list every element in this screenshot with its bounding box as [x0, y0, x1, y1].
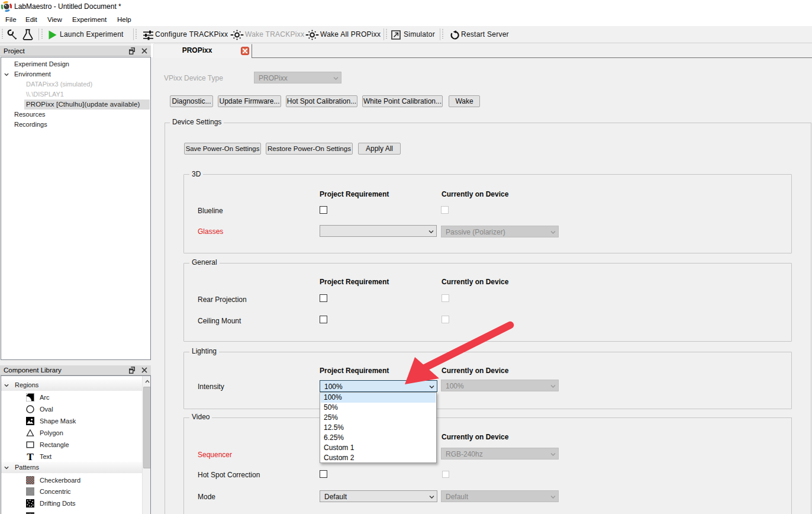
svg-text:T: T	[27, 452, 34, 461]
